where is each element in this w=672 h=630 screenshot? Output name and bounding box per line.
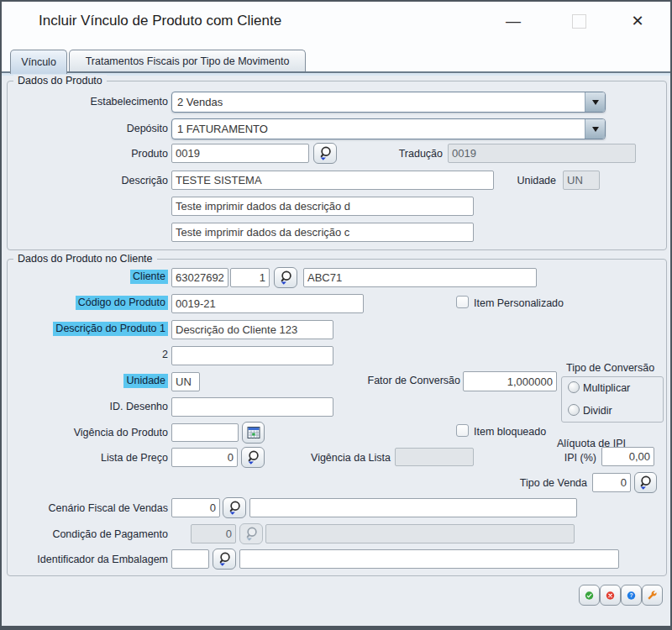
vigencia-lista-label: Vigência da Lista bbox=[296, 452, 391, 464]
tab-separator bbox=[2, 71, 670, 73]
tab-vinculo[interactable]: Vínculo bbox=[10, 50, 67, 74]
condicao-pagamento-search-button bbox=[239, 523, 263, 544]
descricao-produto1-label: Descrição do Produto 1 bbox=[2, 323, 168, 334]
estabelecimento-select[interactable]: 2 Vendas bbox=[171, 92, 606, 113]
deposito-dropdown-button[interactable] bbox=[585, 119, 605, 139]
search-icon bbox=[638, 475, 654, 491]
id-desenho-label: ID. Desenho bbox=[2, 401, 168, 412]
search-icon bbox=[278, 270, 294, 286]
tab-tratamentos[interactable]: Tratamentos Fiscais por Tipo de Moviment… bbox=[69, 50, 306, 71]
cliente-sequencia-input[interactable] bbox=[230, 268, 270, 287]
condicao-pagamento-descricao-field bbox=[265, 524, 575, 543]
vigencia-produto-input[interactable] bbox=[171, 423, 239, 442]
tipo-conversao-label: Tipo de Conversão bbox=[566, 362, 665, 374]
traducao-label: Tradução bbox=[354, 148, 443, 160]
id-desenho-input[interactable] bbox=[171, 397, 333, 417]
question-icon: ? bbox=[627, 587, 636, 604]
tools-button[interactable] bbox=[642, 585, 663, 606]
traducao-field bbox=[448, 144, 636, 163]
identificador-embalagem-input[interactable] bbox=[171, 549, 209, 569]
lista-preco-input[interactable] bbox=[171, 448, 238, 467]
search-icon bbox=[227, 500, 243, 516]
check-icon bbox=[585, 587, 594, 604]
group-dados-produto-cliente-title: Dados do Produto no Cliente bbox=[13, 253, 157, 265]
wrench-icon bbox=[648, 587, 657, 603]
cancel-button[interactable] bbox=[600, 585, 621, 606]
deposito-select[interactable]: 1 FATURAMENTO bbox=[171, 118, 606, 139]
identificador-embalagem-label: Identificador da Embalagem bbox=[18, 554, 168, 565]
search-icon bbox=[318, 145, 333, 161]
identificador-embalagem-search-button[interactable] bbox=[213, 549, 236, 570]
descricao-produto2-input[interactable] bbox=[171, 346, 333, 365]
vigencia-produto-calendar-button[interactable] bbox=[242, 422, 265, 444]
x-icon bbox=[606, 587, 615, 604]
vigencia-produto-label: Vigência do Produto bbox=[2, 427, 168, 438]
group-dados-produto-title: Dados do Produto bbox=[13, 75, 107, 87]
item-personalizado-checkbox[interactable] bbox=[456, 296, 469, 308]
dialog-window: Incluir Vínculo de Produto com Cliente —… bbox=[0, 0, 672, 630]
svg-text:?: ? bbox=[629, 592, 633, 598]
unidade-cliente-label: Unidade bbox=[2, 375, 168, 386]
radio-dividir[interactable] bbox=[568, 404, 580, 416]
cenario-fiscal-input[interactable] bbox=[171, 498, 220, 517]
descricao-label: Descrição bbox=[34, 175, 168, 186]
deposito-label: Depósito bbox=[34, 123, 168, 134]
ipi-label: IPI (%) bbox=[522, 452, 596, 464]
lista-preco-label: Lista de Preço bbox=[2, 452, 168, 464]
descricao-line2-input[interactable] bbox=[171, 197, 474, 216]
cliente-codigo-input[interactable] bbox=[171, 268, 228, 287]
descricao-produto1-input[interactable] bbox=[171, 320, 333, 339]
fator-conversao-input[interactable] bbox=[463, 371, 557, 391]
window-title: Incluir Vínculo de Produto com Cliente bbox=[39, 13, 281, 29]
item-personalizado-label: Item Personalizado bbox=[474, 297, 608, 309]
unidade-cliente-input[interactable] bbox=[171, 372, 200, 391]
produto-search-button[interactable] bbox=[313, 143, 337, 164]
chevron-down-icon bbox=[592, 127, 599, 132]
estabelecimento-label: Estabelecimento bbox=[34, 96, 168, 108]
ipi-input[interactable] bbox=[601, 447, 654, 466]
maximize-button[interactable] bbox=[564, 7, 593, 35]
cenario-fiscal-search-button[interactable] bbox=[223, 497, 246, 518]
unidade-field bbox=[563, 171, 600, 190]
condicao-pagamento-field bbox=[191, 524, 236, 543]
codigo-produto-label: Código do Produto bbox=[2, 297, 168, 308]
item-bloqueado-label: Item bloqueado bbox=[474, 426, 600, 438]
radio-multiplicar-label: Multiplicar bbox=[583, 382, 659, 394]
descricao-input[interactable] bbox=[171, 171, 494, 190]
fator-conversao-label: Fator de Conversão bbox=[321, 375, 460, 386]
radio-multiplicar[interactable] bbox=[568, 381, 580, 393]
calendar-icon bbox=[246, 425, 261, 440]
search-icon bbox=[244, 526, 260, 542]
tipo-venda-label: Tipo de Venda bbox=[472, 477, 587, 489]
confirm-button[interactable] bbox=[579, 585, 600, 606]
vigencia-lista-field bbox=[395, 448, 474, 466]
lista-preco-search-button[interactable] bbox=[241, 447, 265, 468]
search-icon bbox=[245, 449, 261, 465]
tipo-venda-search-button[interactable] bbox=[634, 472, 657, 493]
estabelecimento-dropdown-button[interactable] bbox=[585, 92, 605, 112]
cenario-fiscal-label: Cenário Fiscal de Vendas bbox=[35, 502, 168, 514]
codigo-produto-input[interactable] bbox=[171, 294, 364, 313]
produto-input[interactable] bbox=[171, 144, 309, 163]
produto-label: Produto bbox=[34, 148, 168, 160]
search-icon bbox=[217, 551, 233, 567]
cliente-label: Cliente bbox=[2, 270, 168, 282]
identificador-embalagem-descricao-input[interactable] bbox=[239, 549, 619, 569]
chevron-down-icon bbox=[592, 100, 599, 105]
unidade-label: Unidade bbox=[472, 175, 556, 186]
descricao-produto2-label: 2 bbox=[2, 349, 168, 360]
deposito-value: 1 FATURAMENTO bbox=[172, 119, 585, 139]
minimize-button[interactable]: — bbox=[499, 7, 528, 35]
cenario-fiscal-descricao-input[interactable] bbox=[249, 498, 577, 517]
cliente-nome-input[interactable] bbox=[303, 268, 537, 287]
tipo-venda-input[interactable] bbox=[592, 473, 631, 492]
cliente-search-button[interactable] bbox=[274, 267, 297, 288]
condicao-pagamento-label: Condição de Pagamento bbox=[35, 528, 168, 540]
radio-dividir-label: Dividir bbox=[583, 405, 659, 417]
estabelecimento-value: 2 Vendas bbox=[172, 92, 585, 112]
close-button[interactable]: ✕ bbox=[623, 7, 652, 35]
descricao-line3-input[interactable] bbox=[171, 223, 474, 242]
help-button[interactable]: ? bbox=[621, 585, 642, 606]
item-bloqueado-checkbox[interactable] bbox=[456, 424, 469, 437]
maximize-icon bbox=[572, 14, 586, 29]
